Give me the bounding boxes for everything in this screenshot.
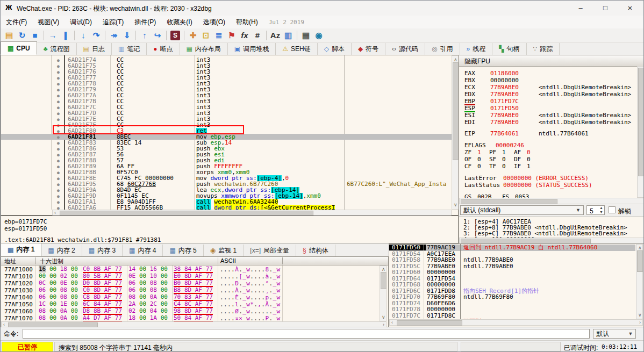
comment-icon[interactable]: ⊡	[199, 30, 212, 41]
menu-item-4[interactable]: 插件(P)	[129, 16, 161, 28]
tab-cpu[interactable]: ▦CPU	[1, 41, 37, 55]
tab-struct[interactable]: §结构体	[296, 245, 335, 256]
execute-till-return-icon[interactable]: ⇓	[120, 30, 133, 41]
menu-item-7[interactable]: 帮助(H)	[231, 16, 263, 28]
register-field[interactable]: 0	[477, 163, 481, 169]
dump-vscrollbar[interactable]: ∧ ∨	[380, 265, 387, 321]
register-field[interactable]: <ntdll.DbgUiRemoteBreakin>	[539, 112, 631, 118]
tab-script[interactable]: ◇脚本	[318, 43, 352, 55]
register-field[interactable]: OF	[464, 156, 471, 162]
pause-icon[interactable]: ∥	[59, 30, 72, 41]
stack-row[interactable]: 0171FD5C77B9ABE0ntdll.77B9ABE0	[389, 263, 635, 270]
register-field[interactable]: ECX	[464, 84, 475, 90]
register-field[interactable]: 0171FD7C	[490, 98, 519, 104]
tab-watch-1[interactable]: ◉监视 1	[204, 245, 244, 256]
breakpoint-dot-icon[interactable]: ●	[57, 205, 60, 210]
unlock-checkbox[interactable]	[609, 206, 616, 213]
menu-item-1[interactable]: 视图(V)	[32, 16, 65, 28]
tab-dump-1[interactable]: ▦内存 1	[1, 243, 41, 256]
register-field[interactable]: 77B9ABE0	[490, 84, 519, 90]
register-field[interactable]: 0171FD50	[490, 105, 519, 111]
register-field[interactable]: 0	[527, 156, 531, 162]
register-field[interactable]: 00000000 (STATUS_SUCCESS)	[503, 182, 592, 188]
function-icon[interactable]: fx	[238, 30, 251, 41]
tab-call-stack[interactable]: ▣调用堆栈	[228, 43, 276, 55]
register-field[interactable]: EDX	[464, 91, 475, 97]
tab-notes[interactable]: ▥笔记	[112, 43, 147, 55]
label-icon[interactable]: ≣	[212, 30, 225, 41]
tab-threads[interactable]: »线程	[460, 43, 493, 55]
tab-dump-2[interactable]: ▦内存 2	[41, 245, 82, 256]
register-field[interactable]: 00000000 (ERROR_SUCCESS)	[503, 175, 589, 181]
register-field[interactable]: 00000000	[490, 77, 519, 83]
module-icon[interactable]: ▥	[282, 30, 295, 41]
register-field[interactable]: TF	[489, 163, 496, 169]
command-input[interactable]	[23, 329, 590, 339]
register-field[interactable]: PF	[489, 149, 496, 155]
stack-hscrollbar[interactable]: ‹ ›	[389, 319, 643, 326]
arg-depth-stepper[interactable]: 5 ▲ ▼	[586, 205, 605, 215]
register-field[interactable]: 0	[527, 149, 531, 155]
tab-graph[interactable]: ♣流程图	[37, 43, 77, 55]
register-field[interactable]: 002B	[477, 194, 492, 198]
registers-hscrollbar[interactable]	[459, 198, 644, 204]
tab-dump-5[interactable]: ▦内存 5	[163, 245, 203, 256]
restart-icon[interactable]: ↻	[16, 30, 28, 41]
tab-symbols[interactable]: ◆符号	[352, 43, 385, 55]
register-field[interactable]: LastError	[464, 175, 497, 181]
register-field[interactable]: 00000246	[496, 142, 524, 148]
step-over-icon[interactable]: ↷	[90, 30, 103, 41]
stack-vscrollbar[interactable]: ∧ ∨	[636, 244, 643, 319]
register-field[interactable]: FS	[502, 194, 509, 198]
register-field[interactable]: 1	[502, 149, 506, 155]
spinner-down-icon[interactable]: ▼	[599, 210, 603, 214]
patch-icon[interactable]: ✚	[187, 30, 199, 41]
register-field[interactable]: DF	[514, 156, 521, 162]
dump-rows[interactable]: 77AF100016 00 18 00C0 8B AF 7714 00 16 0…	[1, 265, 380, 321]
register-field[interactable]: 77B9ABE0	[490, 119, 519, 125]
register-field[interactable]: 77B64061	[490, 131, 519, 137]
register-field[interactable]: <ntdll.DbgUiRemoteBreakin>	[539, 91, 631, 97]
stack-rows[interactable]: 0171FD5077B9AC19返回到 ntdll.77B9AC19 自 ntd…	[389, 244, 635, 319]
step-into-icon[interactable]: ↓	[77, 30, 90, 41]
register-field[interactable]: ESI	[464, 112, 475, 118]
register-field[interactable]: 0053	[515, 194, 529, 198]
register-field[interactable]: IF	[514, 163, 521, 169]
tab-dump-4[interactable]: ▦内存 4	[123, 245, 163, 256]
register-field[interactable]: EDI	[464, 119, 475, 125]
attach-icon[interactable]: ↪	[151, 30, 164, 41]
tab-memory-map[interactable]: ▦内存布局	[180, 43, 228, 55]
tab-breakpoints[interactable]: ●断点	[147, 43, 180, 55]
tab-references[interactable]: ◎引用	[425, 43, 460, 55]
hide-fpu-header[interactable]: 隐藏FPU	[459, 55, 644, 67]
register-list[interactable]: EAX01186000EBX00000000ECX77B9ABE0<ntdll.…	[459, 66, 636, 198]
run-to-user-code-icon[interactable]: ↑	[138, 30, 151, 41]
arguments-list[interactable]: 1: [esp+4] A0C17EEA2: [esp+8] 77B9ABE0 <…	[459, 217, 644, 238]
register-field[interactable]: 1	[477, 149, 481, 155]
minimize-button[interactable]: –	[568, 1, 593, 15]
dump-row[interactable]: 77AF107008 00 0A 00A4 D7 AF 7718 00 1A 0…	[1, 315, 380, 321]
register-field[interactable]: GS	[464, 194, 471, 198]
tab-log[interactable]: ▤日志	[77, 43, 112, 55]
disassembly-vscrollbar[interactable]: ∧ ∨	[452, 55, 459, 210]
register-field[interactable]: SF	[489, 156, 496, 162]
disasm-row[interactable]: ●6AD21FA6FF15 ACD5566Bcall dword ptr ds:…	[1, 205, 452, 210]
calculator-icon[interactable]: ▦	[299, 30, 312, 41]
tab-handles[interactable]: ▚句柄	[492, 43, 526, 55]
menu-item-2[interactable]: 调试(D)	[65, 16, 97, 28]
tab-seh[interactable]: ⚠SEH链	[276, 43, 317, 55]
register-field[interactable]: <ntdll.DbgUiRemoteBreakin>	[539, 84, 631, 90]
register-field[interactable]: AF	[514, 149, 521, 155]
stack-row[interactable]: 0171FD74D60FE6D6	[389, 300, 635, 307]
register-field[interactable]: 01186000	[490, 70, 519, 76]
menu-item-3[interactable]: 追踪(T)	[97, 16, 129, 28]
register-field[interactable]: EBX	[464, 77, 475, 83]
tab-dump-3[interactable]: ▦内存 3	[82, 245, 123, 256]
internet-icon[interactable]: ◉	[312, 30, 325, 41]
menu-item-0[interactable]: 文件(F)	[1, 16, 32, 28]
tab-locals[interactable]: [x=]局部变量	[244, 245, 296, 256]
register-field[interactable]: 1	[527, 163, 531, 169]
menu-item-6[interactable]: 选项(O)	[198, 16, 231, 28]
scylla-icon[interactable]: S	[170, 31, 180, 40]
register-field[interactable]: <ntdll.DbgUiRemoteBreakin>	[539, 119, 631, 125]
